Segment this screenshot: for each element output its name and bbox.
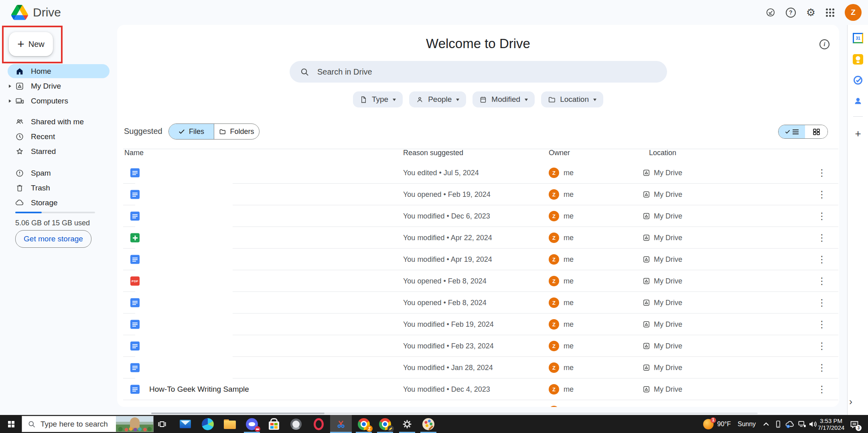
table-row[interactable]: You modified • Feb 19, 2024 Z me My Driv… [117, 314, 839, 335]
filter-chip-location[interactable]: Location [541, 91, 603, 107]
action-center-button[interactable]: 3 [847, 415, 862, 433]
filter-chip-modified[interactable]: Modified [473, 91, 535, 107]
bing-daily-image[interactable] [116, 416, 153, 432]
more-options-button[interactable] [817, 276, 827, 287]
discord-app-button[interactable] [241, 415, 263, 433]
taskbar-search-box[interactable]: Type here to search [22, 416, 154, 432]
more-options-button[interactable] [817, 319, 827, 330]
opera-app-button[interactable] [308, 415, 329, 433]
sidebar-item-starred[interactable]: Starred [0, 144, 117, 159]
more-options-button[interactable] [817, 384, 827, 395]
more-options-button[interactable] [817, 362, 827, 373]
table-row[interactable]: You modified • Dec 6, 2023 Z me My Drive [117, 205, 839, 227]
contacts-app-icon[interactable] [853, 96, 863, 106]
your-phone-tray-button[interactable] [773, 415, 784, 433]
horizontal-scrollbar[interactable] [151, 413, 758, 414]
settings-gear-icon[interactable] [806, 7, 815, 18]
hidden-icons-button[interactable] [761, 415, 772, 433]
sidebar-item-recent[interactable]: Recent [0, 129, 117, 144]
scrollbar-thumb[interactable] [151, 413, 324, 414]
column-header-location[interactable]: Location [649, 149, 676, 157]
sidebar-item-computers[interactable]: Computers [0, 93, 117, 108]
apps-grid-icon[interactable] [826, 8, 834, 17]
get-more-storage-button[interactable]: Get more storage [15, 230, 91, 248]
new-button[interactable]: + New [9, 32, 53, 56]
table-row[interactable]: You modified • Apr 19, 2024 Z me My Driv… [117, 249, 839, 270]
mail-app-button[interactable] [174, 415, 196, 433]
computers-icon [15, 97, 24, 105]
table-row[interactable]: How-To Geek Writing Sample You modified … [117, 378, 839, 400]
location-cell[interactable]: My Drive [643, 364, 682, 372]
sidebar-item-shared-with-me[interactable]: Shared with me [0, 114, 117, 129]
account-avatar[interactable]: Z [845, 4, 862, 21]
offline-status-icon[interactable] [766, 8, 775, 17]
column-header-name[interactable]: Name [124, 149, 144, 157]
owner-cell: Z me [549, 189, 574, 200]
expand-caret-icon[interactable] [9, 99, 13, 103]
drive-search-bar[interactable] [290, 61, 667, 83]
location-cell[interactable]: My Drive [643, 320, 682, 329]
help-icon[interactable] [786, 8, 796, 18]
weather-widget[interactable]: 1 90°F Sunny [703, 415, 756, 433]
files-toggle-button[interactable]: Files [169, 124, 214, 139]
more-options-button[interactable] [817, 189, 827, 200]
taskbar-clock[interactable]: 3:53 PM 7/17/2024 [816, 415, 846, 433]
location-cell[interactable]: My Drive [643, 190, 682, 199]
folders-toggle-button[interactable]: Folders [214, 124, 259, 139]
search-input[interactable] [316, 67, 667, 77]
location-cell[interactable]: My Drive [643, 277, 682, 285]
chrome-profile2-button[interactable] [374, 415, 396, 433]
list-view-button[interactable] [779, 125, 805, 138]
location-cell[interactable]: My Drive [643, 212, 682, 221]
file-explorer-button[interactable] [219, 415, 241, 433]
paint-app-button[interactable] [418, 415, 439, 433]
table-row[interactable]: You modified • Feb 23, 2024 Z me My Driv… [117, 335, 839, 357]
location-cell[interactable]: My Drive [643, 342, 682, 350]
network-tray-button[interactable] [797, 415, 808, 433]
column-header-owner[interactable]: Owner [549, 149, 570, 157]
keep-app-icon[interactable] [853, 54, 863, 65]
table-row[interactable]: You opened • Feb 8, 2024 Z me My Drive [117, 292, 839, 314]
sidebar-item-my-drive[interactable]: My Drive [0, 79, 117, 93]
get-add-ons-button[interactable]: + [853, 128, 863, 139]
more-options-button[interactable] [817, 233, 827, 243]
table-row[interactable]: You modified • Apr 22, 2024 Z me My Driv… [117, 227, 839, 249]
microsoft-store-button[interactable] [263, 415, 285, 433]
more-options-button[interactable] [817, 297, 827, 308]
hide-panel-chevron-icon[interactable]: › [849, 396, 852, 407]
expand-caret-icon[interactable] [9, 85, 13, 88]
table-row[interactable]: You modified • Jan 28, 2024 Z me My Driv… [117, 357, 839, 378]
sidebar-item-home[interactable]: Home [0, 64, 117, 79]
task-view-button[interactable] [151, 415, 173, 433]
sidebar-item-storage[interactable]: Storage [0, 195, 117, 210]
location-cell[interactable]: My Drive [643, 385, 682, 394]
location-cell[interactable]: My Drive [643, 169, 682, 177]
onedrive-tray-button[interactable] [784, 415, 796, 433]
table-row[interactable]: PDF You opened • Feb 8, 2024 Z me My Dri… [117, 270, 839, 292]
table-row[interactable]: You opened • Feb 19, 2024 Z me My Drive [117, 184, 839, 205]
start-button[interactable] [3, 415, 19, 433]
main-content: Welcome to Drive Type People [117, 25, 839, 407]
more-options-button[interactable] [817, 254, 827, 265]
more-options-button[interactable] [817, 168, 827, 178]
location-cell[interactable]: My Drive [643, 255, 682, 264]
location-cell[interactable]: My Drive [643, 234, 682, 242]
more-options-button[interactable] [817, 211, 827, 222]
sidebar-item-spam[interactable]: Spam [0, 166, 117, 180]
chrome-profile1-button[interactable]: Z [353, 415, 375, 433]
filter-chip-type[interactable]: Type [353, 91, 403, 107]
more-options-button[interactable] [817, 341, 827, 352]
settings-app-button[interactable] [396, 415, 418, 433]
edge-app-button[interactable] [197, 415, 219, 433]
sidebar-item-trash[interactable]: Trash [0, 180, 117, 195]
snipping-tool-button[interactable] [330, 415, 352, 433]
filter-chip-people[interactable]: People [409, 91, 466, 107]
calendar-app-icon[interactable]: 31 [853, 33, 863, 43]
location-cell[interactable]: My Drive [643, 299, 682, 307]
table-row[interactable]: You edited • Jul 5, 2024 Z me My Drive [117, 162, 839, 184]
tasks-app-icon[interactable] [853, 75, 863, 85]
music-app-button[interactable] [285, 415, 307, 433]
column-header-reason[interactable]: Reason suggested [403, 149, 463, 157]
windows-start-icon [8, 421, 14, 427]
grid-view-button[interactable] [805, 125, 827, 138]
